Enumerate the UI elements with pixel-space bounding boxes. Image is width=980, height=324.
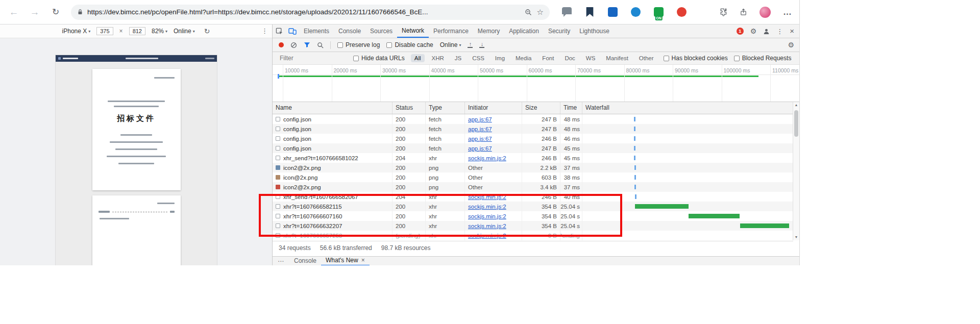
network-request-row[interactable]: config.json200fetchapp.js:67247 B48 ms xyxy=(273,124,793,134)
search-icon[interactable] xyxy=(317,42,324,48)
table-scrollbar[interactable]: ▲ ▼ xyxy=(793,102,799,240)
viewport-width-input[interactable]: 375 xyxy=(96,27,113,35)
clear-icon[interactable] xyxy=(290,42,297,48)
network-filter-css[interactable]: CSS xyxy=(469,54,488,62)
extension-sync-icon[interactable] xyxy=(631,7,641,17)
network-settings-gear-icon[interactable]: ⚙ xyxy=(788,41,794,48)
network-filter-doc[interactable]: Doc xyxy=(561,54,578,62)
disable-cache-checkbox[interactable]: Disable cache xyxy=(386,41,433,48)
devtools-tab-console[interactable]: Console xyxy=(334,25,365,37)
extensions-puzzle-icon[interactable] xyxy=(719,8,727,16)
browser-menu-icon[interactable]: … xyxy=(783,7,792,17)
column-header-initiator[interactable]: Initiator xyxy=(465,102,522,114)
initiator-link[interactable]: sockjs.min.js:2 xyxy=(468,213,506,219)
emulated-viewport[interactable]: 招标文件 xyxy=(56,55,217,265)
network-request-row[interactable]: icon2@2x.png200pngOther3.4 kB37 ms xyxy=(273,182,793,192)
initiator-link[interactable]: sockjs.min.js:2 xyxy=(468,194,506,200)
drawer-tab-console[interactable]: Console xyxy=(289,257,321,265)
initiator-link[interactable]: sockjs.min.js:2 xyxy=(468,204,506,210)
device-throttle-select[interactable]: Online▾ xyxy=(174,28,195,35)
initiator-link[interactable]: sockjs.min.js:2 xyxy=(468,223,506,229)
network-filter-font[interactable]: Font xyxy=(538,54,557,62)
network-request-row[interactable]: xhr_send?t=1607666582067204xhrsockjs.min… xyxy=(273,192,793,202)
network-request-row[interactable]: icon@2x.png200pngOther603 B38 ms xyxy=(273,172,793,182)
devtools-tab-lighthouse[interactable]: Lighthouse xyxy=(575,25,614,37)
initiator-link[interactable]: app.js:67 xyxy=(468,136,492,142)
network-request-row[interactable]: xhr_send?t=1607666581022204xhrsockjs.min… xyxy=(273,153,793,163)
column-header-type[interactable]: Type xyxy=(426,102,465,114)
devtools-menu-icon[interactable]: ⋮ xyxy=(776,28,783,35)
extension-chat-icon[interactable] xyxy=(562,7,572,17)
initiator-link[interactable]: app.js:67 xyxy=(468,116,492,122)
devtools-tab-security[interactable]: Security xyxy=(544,25,575,37)
throttling-select[interactable]: Online▾ xyxy=(440,41,461,48)
column-header-time[interactable]: Time xyxy=(560,102,582,114)
devtools-tab-application[interactable]: Application xyxy=(504,25,544,37)
network-filter-manifest[interactable]: Manifest xyxy=(602,54,631,62)
network-filter-xhr[interactable]: XHR xyxy=(428,54,448,62)
network-filter-img[interactable]: Img xyxy=(492,54,508,62)
network-request-row[interactable]: config.json200fetchapp.js:67246 B46 ms xyxy=(273,134,793,143)
initiator-link[interactable]: sockjs.min.js:2 xyxy=(468,233,506,239)
hide-data-urls-checkbox[interactable]: Hide data URLs xyxy=(353,55,405,62)
drawer-menu-icon[interactable]: ⋯ xyxy=(278,258,284,265)
network-request-row[interactable]: xhr?t=1607666582115200xhrsockjs.min.js:2… xyxy=(273,202,793,211)
refresh-icon[interactable]: ↻ xyxy=(48,5,63,19)
devtools-tab-memory[interactable]: Memory xyxy=(473,25,504,37)
devtools-tab-sources[interactable]: Sources xyxy=(365,25,397,37)
record-icon[interactable] xyxy=(279,42,284,47)
column-header-status[interactable]: Status xyxy=(393,102,426,114)
initiator-link[interactable]: app.js:67 xyxy=(468,145,492,152)
column-header-size[interactable]: Size xyxy=(522,102,560,114)
more-options-icon[interactable]: ⋮ xyxy=(261,27,268,35)
network-filter-ws[interactable]: WS xyxy=(582,54,599,62)
favorite-star-icon[interactable]: ☆ xyxy=(537,8,544,17)
initiator-link[interactable]: app.js:67 xyxy=(468,126,492,132)
extension-bookmark-icon[interactable] xyxy=(585,7,595,17)
zoom-icon[interactable] xyxy=(525,9,532,16)
network-overview-timeline[interactable]: 10000 ms20000 ms30000 ms40000 ms50000 ms… xyxy=(273,65,799,102)
network-request-row[interactable]: config.json200fetchapp.js:67247 B48 ms xyxy=(273,114,793,124)
device-select[interactable]: iPhone X▾ xyxy=(62,28,91,35)
close-icon[interactable]: × xyxy=(361,256,365,265)
export-har-icon[interactable]: ↓ xyxy=(479,42,484,48)
share-icon[interactable] xyxy=(740,8,747,16)
devtools-tab-elements[interactable]: Elements xyxy=(299,25,334,37)
import-har-icon[interactable]: ↑ xyxy=(468,42,473,48)
back-icon[interactable]: ← xyxy=(7,5,21,19)
scroll-down-icon[interactable]: ▼ xyxy=(793,234,799,240)
error-badge[interactable]: 1 xyxy=(737,28,744,35)
device-toolbar-toggle-icon[interactable] xyxy=(286,28,299,35)
has-blocked-cookies-checkbox[interactable]: Has blocked cookies xyxy=(664,55,728,62)
initiator-link[interactable]: sockjs.min.js:2 xyxy=(468,155,506,161)
extension-proxy-icon[interactable]: ON xyxy=(654,7,664,17)
scrollbar-thumb[interactable] xyxy=(794,110,798,137)
viewport-height-input[interactable]: 812 xyxy=(129,27,145,35)
network-request-row[interactable]: icon2@2x.png200pngOther2.2 kB37 ms xyxy=(273,163,793,172)
network-request-row[interactable]: xhr?t=1607666632207200xhrsockjs.min.js:2… xyxy=(273,221,793,231)
column-header-name[interactable]: Name xyxy=(273,102,393,114)
close-icon[interactable]: × xyxy=(790,28,794,35)
column-header-waterfall[interactable]: Waterfall xyxy=(582,102,793,114)
zoom-select[interactable]: 82%▾ xyxy=(152,28,167,35)
blocked-requests-checkbox[interactable]: Blocked Requests xyxy=(734,55,792,62)
address-bar[interactable]: https://dev.bimcc.net/pc/openFile.html?u… xyxy=(71,5,550,20)
filter-funnel-icon[interactable] xyxy=(304,42,310,48)
extension-red-icon[interactable] xyxy=(677,7,687,17)
feedback-person-icon[interactable] xyxy=(763,28,770,35)
forward-icon[interactable]: → xyxy=(28,5,42,19)
inspect-element-icon[interactable] xyxy=(273,28,286,35)
preserve-log-checkbox[interactable]: Preserve log xyxy=(337,41,380,48)
devtools-tab-network[interactable]: Network xyxy=(397,24,429,38)
filter-input[interactable] xyxy=(279,54,347,62)
profile-avatar[interactable] xyxy=(760,7,771,18)
rotate-icon[interactable]: ↻ xyxy=(204,27,210,35)
network-request-row[interactable]: config.json200fetchapp.js:67247 B45 ms xyxy=(273,143,793,153)
extension-translate-icon[interactable] xyxy=(608,7,618,17)
network-filter-all[interactable]: All xyxy=(411,54,425,62)
network-request-row[interactable]: xhr?t=1607666657253(pending)xhrsockjs.mi… xyxy=(273,231,793,240)
settings-gear-icon[interactable]: ⚙ xyxy=(750,28,757,35)
network-filter-other[interactable]: Other xyxy=(635,54,657,62)
network-filter-js[interactable]: JS xyxy=(451,54,465,62)
scroll-up-icon[interactable]: ▲ xyxy=(793,102,799,108)
